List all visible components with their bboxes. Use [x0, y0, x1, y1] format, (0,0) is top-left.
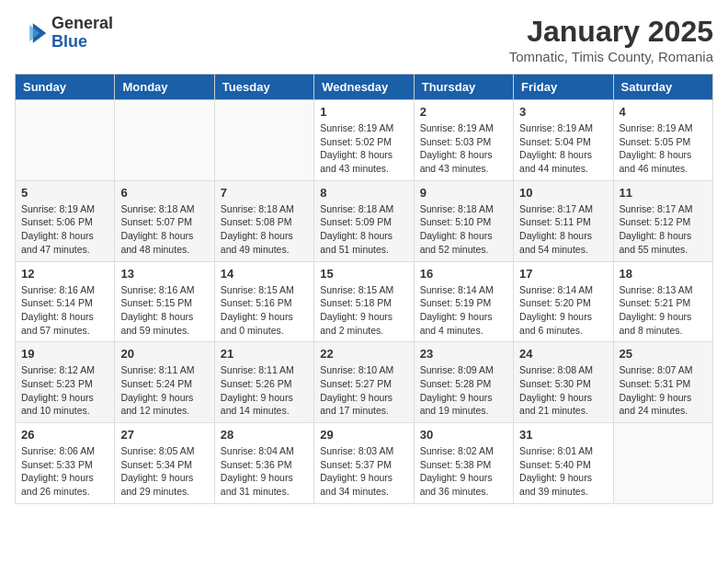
day-number: 9 — [420, 186, 507, 200]
day-info: Sunrise: 8:19 AM Sunset: 5:04 PM Dayligh… — [519, 121, 607, 176]
day-number: 17 — [519, 267, 607, 281]
day-info: Sunrise: 8:09 AM Sunset: 5:28 PM Dayligh… — [420, 363, 507, 418]
day-info: Sunrise: 8:08 AM Sunset: 5:30 PM Dayligh… — [519, 363, 607, 418]
day-number: 4 — [620, 105, 707, 119]
page-header: General Blue January 2025 Tomnatic, Timi… — [15, 15, 713, 64]
day-info: Sunrise: 8:05 AM Sunset: 5:34 PM Dayligh… — [120, 444, 208, 499]
calendar-cell: 12Sunrise: 8:16 AM Sunset: 5:14 PM Dayli… — [16, 261, 115, 342]
day-number: 3 — [519, 105, 607, 119]
calendar-week-row: 1Sunrise: 8:19 AM Sunset: 5:02 PM Daylig… — [16, 100, 713, 181]
day-number: 30 — [420, 428, 507, 442]
calendar-cell: 30Sunrise: 8:02 AM Sunset: 5:38 PM Dayli… — [414, 423, 513, 504]
day-info: Sunrise: 8:18 AM Sunset: 5:09 PM Dayligh… — [320, 202, 407, 257]
day-info: Sunrise: 8:10 AM Sunset: 5:27 PM Dayligh… — [320, 363, 407, 418]
day-info: Sunrise: 8:17 AM Sunset: 5:11 PM Dayligh… — [519, 202, 607, 257]
calendar-cell: 8Sunrise: 8:18 AM Sunset: 5:09 PM Daylig… — [314, 180, 414, 261]
calendar-cell: 18Sunrise: 8:13 AM Sunset: 5:21 PM Dayli… — [613, 261, 712, 342]
day-number: 11 — [620, 186, 707, 200]
calendar-cell: 4Sunrise: 8:19 AM Sunset: 5:05 PM Daylig… — [613, 100, 712, 181]
day-info: Sunrise: 8:04 AM Sunset: 5:36 PM Dayligh… — [221, 444, 308, 499]
day-number: 26 — [21, 428, 108, 442]
day-info: Sunrise: 8:02 AM Sunset: 5:38 PM Dayligh… — [420, 444, 507, 499]
day-number: 5 — [21, 186, 108, 200]
calendar-cell: 19Sunrise: 8:12 AM Sunset: 5:23 PM Dayli… — [16, 342, 115, 423]
weekday-header-monday: Monday — [115, 75, 214, 100]
calendar-table: SundayMondayTuesdayWednesdayThursdayFrid… — [15, 74, 713, 504]
weekday-header-wednesday: Wednesday — [314, 75, 414, 100]
weekday-header-thursday: Thursday — [414, 75, 513, 100]
calendar-cell: 14Sunrise: 8:15 AM Sunset: 5:16 PM Dayli… — [214, 261, 313, 342]
calendar-week-row: 12Sunrise: 8:16 AM Sunset: 5:14 PM Dayli… — [16, 261, 713, 342]
calendar-cell: 15Sunrise: 8:15 AM Sunset: 5:18 PM Dayli… — [314, 261, 414, 342]
calendar-cell — [115, 100, 214, 181]
day-number: 13 — [120, 267, 208, 281]
calendar-cell: 28Sunrise: 8:04 AM Sunset: 5:36 PM Dayli… — [214, 423, 313, 504]
calendar-cell: 2Sunrise: 8:19 AM Sunset: 5:03 PM Daylig… — [414, 100, 513, 181]
day-info: Sunrise: 8:01 AM Sunset: 5:40 PM Dayligh… — [519, 444, 607, 499]
calendar-cell: 22Sunrise: 8:10 AM Sunset: 5:27 PM Dayli… — [314, 342, 414, 423]
day-info: Sunrise: 8:03 AM Sunset: 5:37 PM Dayligh… — [320, 444, 407, 499]
day-info: Sunrise: 8:19 AM Sunset: 5:03 PM Dayligh… — [420, 121, 507, 176]
day-info: Sunrise: 8:19 AM Sunset: 5:02 PM Dayligh… — [320, 121, 407, 176]
logo: General Blue — [15, 15, 113, 52]
day-number: 22 — [320, 347, 407, 361]
day-number: 1 — [320, 105, 407, 119]
weekday-header-tuesday: Tuesday — [214, 75, 313, 100]
calendar-cell: 16Sunrise: 8:14 AM Sunset: 5:19 PM Dayli… — [414, 261, 513, 342]
weekday-header-row: SundayMondayTuesdayWednesdayThursdayFrid… — [16, 75, 713, 100]
day-number: 27 — [120, 428, 208, 442]
day-info: Sunrise: 8:15 AM Sunset: 5:18 PM Dayligh… — [320, 283, 407, 338]
day-info: Sunrise: 8:17 AM Sunset: 5:12 PM Dayligh… — [620, 202, 707, 257]
logo-text: General Blue — [51, 15, 113, 52]
calendar-cell: 20Sunrise: 8:11 AM Sunset: 5:24 PM Dayli… — [115, 342, 214, 423]
day-number: 12 — [21, 267, 108, 281]
day-number: 28 — [221, 428, 308, 442]
day-number: 29 — [320, 428, 407, 442]
calendar-cell: 7Sunrise: 8:18 AM Sunset: 5:08 PM Daylig… — [214, 180, 313, 261]
day-info: Sunrise: 8:16 AM Sunset: 5:15 PM Dayligh… — [120, 283, 208, 338]
day-number: 31 — [519, 428, 607, 442]
weekday-header-saturday: Saturday — [613, 75, 712, 100]
day-number: 20 — [120, 347, 208, 361]
day-number: 2 — [420, 105, 507, 119]
day-number: 24 — [519, 347, 607, 361]
day-number: 7 — [221, 186, 308, 200]
day-number: 14 — [221, 267, 308, 281]
calendar-week-row: 19Sunrise: 8:12 AM Sunset: 5:23 PM Dayli… — [16, 342, 713, 423]
calendar-cell: 9Sunrise: 8:18 AM Sunset: 5:10 PM Daylig… — [414, 180, 513, 261]
calendar-cell: 31Sunrise: 8:01 AM Sunset: 5:40 PM Dayli… — [514, 423, 613, 504]
logo-general: General — [51, 14, 113, 32]
day-number: 8 — [320, 186, 407, 200]
calendar-cell — [214, 100, 313, 181]
calendar-cell: 24Sunrise: 8:08 AM Sunset: 5:30 PM Dayli… — [514, 342, 613, 423]
day-info: Sunrise: 8:06 AM Sunset: 5:33 PM Dayligh… — [21, 444, 108, 499]
day-number: 15 — [320, 267, 407, 281]
calendar-week-row: 26Sunrise: 8:06 AM Sunset: 5:33 PM Dayli… — [16, 423, 713, 504]
calendar-cell: 10Sunrise: 8:17 AM Sunset: 5:11 PM Dayli… — [514, 180, 613, 261]
calendar-cell: 1Sunrise: 8:19 AM Sunset: 5:02 PM Daylig… — [314, 100, 414, 181]
calendar-cell — [16, 100, 115, 181]
day-info: Sunrise: 8:18 AM Sunset: 5:10 PM Dayligh… — [420, 202, 507, 257]
calendar-cell: 26Sunrise: 8:06 AM Sunset: 5:33 PM Dayli… — [16, 423, 115, 504]
calendar-week-row: 5Sunrise: 8:19 AM Sunset: 5:06 PM Daylig… — [16, 180, 713, 261]
day-info: Sunrise: 8:14 AM Sunset: 5:19 PM Dayligh… — [420, 283, 507, 338]
title-block: January 2025 Tomnatic, Timis County, Rom… — [509, 15, 713, 64]
calendar-cell: 13Sunrise: 8:16 AM Sunset: 5:15 PM Dayli… — [115, 261, 214, 342]
calendar-cell: 3Sunrise: 8:19 AM Sunset: 5:04 PM Daylig… — [514, 100, 613, 181]
weekday-header-friday: Friday — [514, 75, 613, 100]
calendar-cell: 25Sunrise: 8:07 AM Sunset: 5:31 PM Dayli… — [613, 342, 712, 423]
day-number: 25 — [620, 347, 707, 361]
day-number: 19 — [21, 347, 108, 361]
day-info: Sunrise: 8:14 AM Sunset: 5:20 PM Dayligh… — [519, 283, 607, 338]
day-info: Sunrise: 8:15 AM Sunset: 5:16 PM Dayligh… — [221, 283, 308, 338]
calendar-title: January 2025 — [509, 15, 713, 49]
calendar-cell: 11Sunrise: 8:17 AM Sunset: 5:12 PM Dayli… — [613, 180, 712, 261]
day-number: 21 — [221, 347, 308, 361]
logo-blue: Blue — [51, 32, 87, 51]
day-number: 10 — [519, 186, 607, 200]
calendar-cell: 21Sunrise: 8:11 AM Sunset: 5:26 PM Dayli… — [214, 342, 313, 423]
weekday-header-sunday: Sunday — [16, 75, 115, 100]
day-info: Sunrise: 8:11 AM Sunset: 5:26 PM Dayligh… — [221, 363, 308, 418]
calendar-cell: 27Sunrise: 8:05 AM Sunset: 5:34 PM Dayli… — [115, 423, 214, 504]
day-number: 18 — [620, 267, 707, 281]
